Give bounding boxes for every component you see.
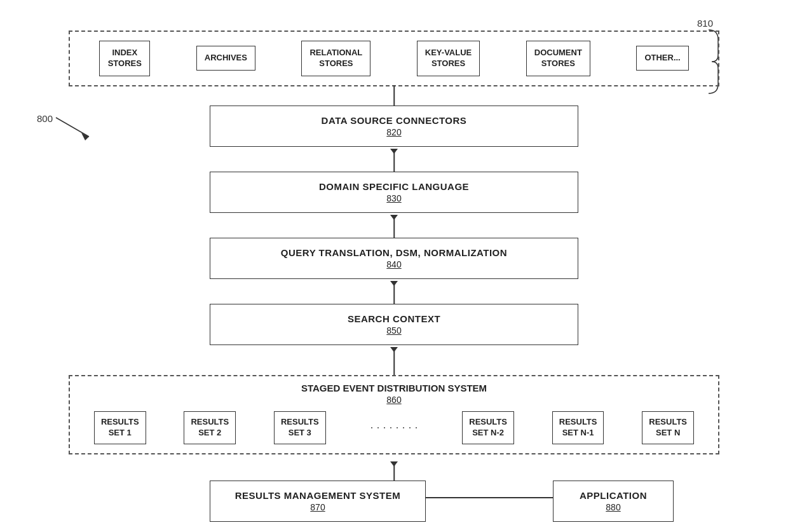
store-relational-stores: RELATIONALSTORES bbox=[301, 41, 370, 76]
data-stores-container: INDEXSTORES ARCHIVES RELATIONALSTORES KE… bbox=[69, 31, 719, 86]
seds-results-set-n2: RESULTSSET N-2 bbox=[462, 411, 514, 444]
box-domain-ref: 830 bbox=[217, 193, 571, 203]
hline-rm-to-app bbox=[426, 497, 553, 498]
box-results-mgmt-title: RESULTS MANAGEMENT SYSTEM bbox=[217, 490, 419, 501]
box-application-title: APPLICATION bbox=[560, 490, 667, 501]
vline-dsc-to-dsl bbox=[393, 149, 395, 172]
seds-container: STAGED EVENT DISTRIBUTION SYSTEM 860 RES… bbox=[69, 375, 719, 454]
vline-sc-to-seds bbox=[393, 347, 395, 375]
svg-line-0 bbox=[56, 118, 89, 137]
store-key-value-stores: KEY-VALUESTORES bbox=[417, 41, 480, 76]
vline-stores-to-dsc bbox=[393, 85, 395, 106]
box-domain-title: DOMAIN SPECIFIC LANGUAGE bbox=[217, 181, 571, 192]
store-document-stores: DOCUMENTSTORES bbox=[526, 41, 590, 76]
seds-gap: · · · · · · · · bbox=[363, 421, 424, 434]
box-domain-specific-language: DOMAIN SPECIFIC LANGUAGE 830 bbox=[210, 172, 578, 213]
seds-title: STAGED EVENT DISTRIBUTION SYSTEM bbox=[75, 383, 713, 393]
box-results-management: RESULTS MANAGEMENT SYSTEM 870 bbox=[210, 481, 426, 522]
box-search-ref: 850 bbox=[217, 325, 571, 336]
store-index-stores: INDEXSTORES bbox=[99, 41, 150, 76]
vline-qt-to-sc bbox=[393, 281, 395, 304]
seds-results-set-n: RESULTSSET N bbox=[642, 411, 694, 444]
vline-seds-to-rm bbox=[393, 461, 395, 481]
box-results-mgmt-ref: 870 bbox=[217, 502, 419, 512]
ref-810: 810 bbox=[697, 18, 713, 29]
seds-results-set-3: RESULTSSET 3 bbox=[274, 411, 326, 444]
box-data-source-connectors: DATA SOURCE CONNECTORS 820 bbox=[210, 106, 578, 147]
box-data-source-ref: 820 bbox=[217, 127, 571, 137]
box-search-context: SEARCH CONTEXT 850 bbox=[210, 304, 578, 345]
box-data-source-title: DATA SOURCE CONNECTORS bbox=[217, 115, 571, 126]
ref-800: 800 bbox=[37, 113, 53, 124]
seds-ref: 860 bbox=[75, 395, 713, 405]
seds-results-set-1: RESULTSSET 1 bbox=[94, 411, 146, 444]
box-query-ref: 840 bbox=[217, 259, 571, 269]
box-application: APPLICATION 880 bbox=[553, 481, 674, 522]
store-archives: ARCHIVES bbox=[196, 46, 255, 71]
seds-results-set-2: RESULTSSET 2 bbox=[184, 411, 236, 444]
diagram-container: 810 INDEXSTORES ARCHIVES RELATIONALSTORE… bbox=[0, 0, 788, 532]
store-other: OTHER... bbox=[636, 46, 688, 71]
vline-dsl-to-qt bbox=[393, 215, 395, 238]
seds-boxes-row: RESULTSSET 1 RESULTSSET 2 RESULTSSET 3 ·… bbox=[75, 411, 713, 444]
box-query-title: QUERY TRANSLATION, DSM, NORMALIZATION bbox=[217, 247, 571, 258]
box-query-translation: QUERY TRANSLATION, DSM, NORMALIZATION 84… bbox=[210, 238, 578, 279]
seds-results-set-n1: RESULTSSET N-1 bbox=[552, 411, 604, 444]
box-application-ref: 880 bbox=[560, 502, 667, 512]
box-search-title: SEARCH CONTEXT bbox=[217, 313, 571, 324]
